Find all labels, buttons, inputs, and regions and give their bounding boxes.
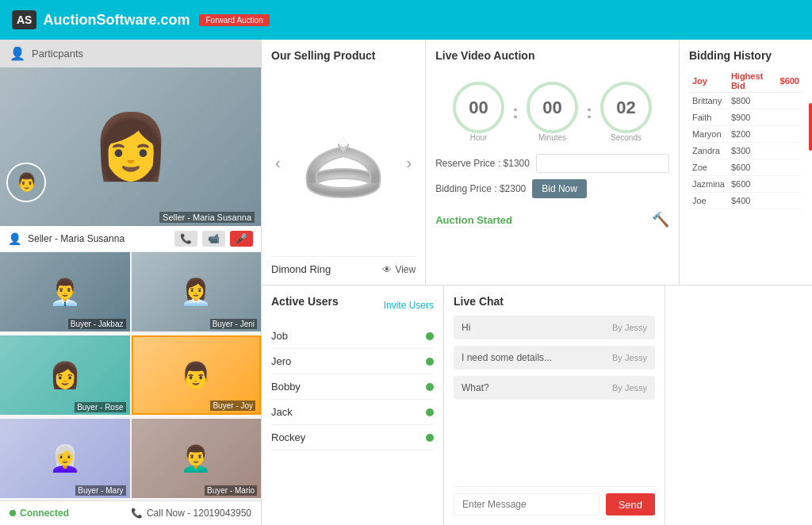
seconds-value: 02 (616, 98, 635, 118)
buyer-label-3: Buyer - Joy (210, 400, 255, 411)
bh-amount: $300 (728, 143, 802, 159)
bh-amount: $600 (728, 159, 802, 176)
online-dot (426, 408, 434, 416)
bh-amount: $200 (728, 126, 802, 143)
chat-by: By Jessy (612, 383, 647, 393)
chat-text: What? (462, 382, 489, 393)
bidding-history-row: Maryon$200 (689, 126, 802, 143)
hour-label: Hour (470, 133, 488, 142)
bh-name: Faith (689, 109, 728, 126)
bidding-history-panel: Bidding History Joy Highest Bid $600 Bri… (680, 40, 812, 285)
send-button[interactable]: Send (606, 493, 655, 515)
svg-point-1 (312, 174, 375, 193)
user-row: Job (271, 324, 434, 349)
svg-point-4 (339, 137, 348, 147)
invite-users-link[interactable]: Invite Users (384, 300, 434, 311)
status-dot (10, 510, 16, 516)
buyer-label-2: Buyer - Rose (75, 402, 125, 412)
main-layout: 👤 Particpants 👩 👨 Seller - Maria Susanna… (0, 40, 812, 525)
video-button[interactable]: 📹 (202, 231, 225, 247)
seller-bar: 👤 Seller - Maria Susanna 📞 📹 🎤 (0, 226, 261, 252)
seller-person-icon: 👤 (8, 232, 21, 245)
view-button[interactable]: 👁 View (382, 264, 416, 275)
product-panel: Our Selling Product ‹ (262, 40, 426, 285)
minutes-col: 00 Minutes (527, 82, 578, 142)
chat-text: Hi (462, 322, 470, 333)
buyer-label-5: Buyer - Mario (205, 485, 257, 496)
live-chat-title: Live Chat (454, 295, 655, 308)
bh-name: Jazmina (689, 176, 728, 193)
connection-status: Connected (10, 508, 69, 519)
app-header: AS AuctionSoftware.com Forward Auction (0, 0, 812, 40)
bottom-right-spacer (665, 285, 812, 525)
chat-messages: HiBy JessyI need some details...By Jessy… (454, 316, 655, 480)
user-name: Bobby (271, 381, 301, 393)
prev-product-button[interactable]: ‹ (271, 150, 285, 176)
user-name: Job (271, 330, 288, 342)
live-chat-panel: Live Chat HiBy JessyI need some details.… (444, 285, 665, 525)
call-button[interactable]: 📞 (174, 231, 197, 247)
sidebar-footer: Connected 📞 Call Now - 12019043950 (0, 500, 261, 525)
seconds-col: 02 Seconds (600, 82, 652, 142)
product-image-area: ‹ (271, 70, 416, 256)
next-product-button[interactable]: › (403, 150, 416, 176)
reserve-price-label: Reserve Price : $1300 (435, 158, 530, 169)
content-area: Our Selling Product ‹ (262, 40, 812, 525)
chat-input[interactable] (454, 493, 599, 515)
phone-icon: 📞 (131, 508, 143, 519)
bh-col-amount: $600 (777, 70, 802, 93)
top-row: Our Selling Product ‹ (262, 40, 812, 285)
hammer-icon: 🔨 (652, 211, 669, 228)
view-label: View (395, 264, 416, 275)
buyer-video-2: 👩 Buyer - Rose (0, 335, 130, 415)
bidding-history-row: Faith$900 (689, 109, 802, 126)
bidding-history-row: Jazmina$600 (689, 176, 802, 193)
bh-name: Maryon (689, 126, 728, 143)
scrollbar-indicator (809, 103, 812, 151)
connected-label: Connected (20, 508, 69, 519)
small-avatar: 👨 (6, 163, 46, 202)
reserve-price-row: Reserve Price : $1300 (435, 154, 669, 173)
main-video: 👩 👨 Seller - Maria Susanna (0, 67, 261, 226)
user-row: Jero (271, 349, 434, 374)
bh-amount: $400 (728, 193, 802, 209)
bid-now-button[interactable]: Bid Now (532, 179, 587, 198)
product-footer: Dimond Ring 👁 View (271, 256, 416, 275)
bottom-row: Active Users Invite Users JobJeroBobbyJa… (262, 285, 812, 525)
chat-input-row: Send (454, 486, 655, 515)
participants-sidebar: 👤 Particpants 👩 👨 Seller - Maria Susanna… (0, 40, 262, 525)
product-panel-title: Our Selling Product (271, 49, 416, 62)
users-list: JobJeroBobbyJackRockey (271, 324, 434, 450)
auction-started-text: Auction Started (435, 214, 512, 226)
bh-name: Brittany (689, 93, 728, 109)
bh-name: Zandra (689, 143, 728, 159)
logo: AS AuctionSoftware.com Forward Auction (12, 10, 270, 29)
bidding-history-row: Zoe$600 (689, 159, 802, 176)
logo-text: AuctionSoftware.com (43, 12, 190, 29)
video-auction-title: Live Video Auction (435, 49, 669, 62)
active-users-title: Active Users (271, 295, 339, 308)
buyer-video-grid: 👨‍💼 Buyer - Jakbaz 👩‍💼 Buyer - Jeni 👩 Bu… (0, 252, 261, 500)
buyer-label-4: Buyer - Mary (75, 485, 125, 496)
participants-header: 👤 Particpants (0, 40, 261, 67)
call-number: Call Now - 12019043950 (147, 508, 251, 519)
buyer-video-0: 👨‍💼 Buyer - Jakbaz (0, 252, 130, 331)
bidding-history-row: Joe$400 (689, 193, 802, 209)
seller-name: Seller - Maria Susanna (28, 233, 168, 244)
bidding-history-row: Zandra$300 (689, 143, 802, 159)
video-auction-panel: Live Video Auction 00 Hour : 00 Minutes (426, 40, 680, 285)
reserve-price-input[interactable] (536, 154, 669, 173)
participants-title: Particpants (32, 48, 83, 59)
buyer-video-5: 👨‍🦱 Buyer - Mario (132, 419, 262, 498)
mute-button[interactable]: 🎤 (230, 231, 253, 247)
minutes-label: Minutes (538, 133, 566, 142)
bh-amount: $600 (728, 176, 802, 193)
hour-col: 00 Hour (453, 82, 504, 142)
buyer-video-3: 👨 Buyer - Joy (132, 335, 262, 415)
user-row: Rockey (271, 425, 434, 450)
logo-subtitle: Forward Auction (199, 14, 269, 26)
buyer-video-1: 👩‍💼 Buyer - Jeni (132, 252, 262, 331)
eye-icon: 👁 (382, 264, 392, 275)
chat-text: I need some details... (462, 352, 552, 363)
chat-message: I need some details...By Jessy (454, 346, 655, 370)
